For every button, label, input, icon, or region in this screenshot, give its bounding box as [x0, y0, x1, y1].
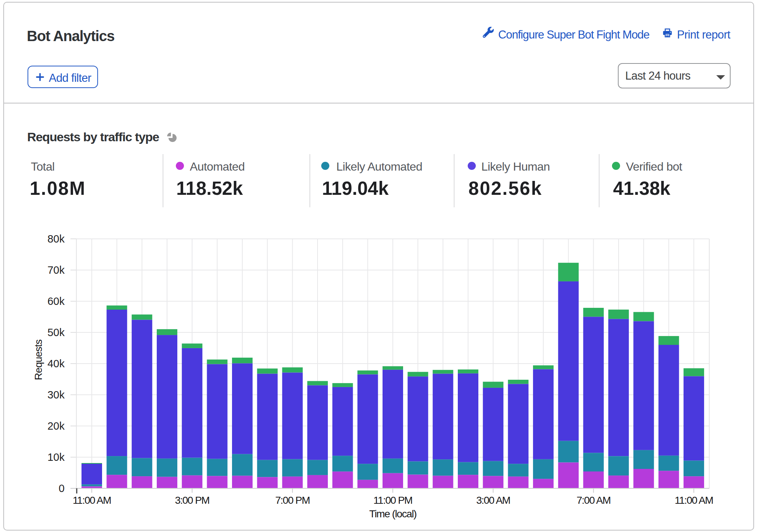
svg-text:80k: 80k [47, 233, 65, 245]
svg-text:30k: 30k [47, 389, 65, 401]
svg-text:70k: 70k [47, 264, 65, 276]
svg-text:20k: 20k [47, 420, 65, 432]
svg-text:Requests: Requests [33, 340, 44, 380]
svg-text:Time (local): Time (local) [369, 508, 416, 520]
svg-text:7:00 AM: 7:00 AM [576, 495, 610, 506]
svg-text:50k: 50k [47, 327, 65, 338]
svg-text:3:00 PM: 3:00 PM [175, 495, 209, 506]
svg-text:60k: 60k [47, 295, 65, 307]
svg-text:11:00 AM: 11:00 AM [675, 495, 713, 506]
svg-text:10k: 10k [47, 451, 65, 463]
svg-text:7:00 PM: 7:00 PM [275, 495, 310, 506]
svg-text:11:00 PM: 11:00 PM [373, 495, 412, 506]
svg-text:40k: 40k [47, 358, 65, 369]
svg-text:11:00 AM: 11:00 AM [73, 495, 111, 506]
svg-text:3:00 AM: 3:00 AM [476, 495, 510, 506]
svg-text:0: 0 [59, 482, 65, 494]
